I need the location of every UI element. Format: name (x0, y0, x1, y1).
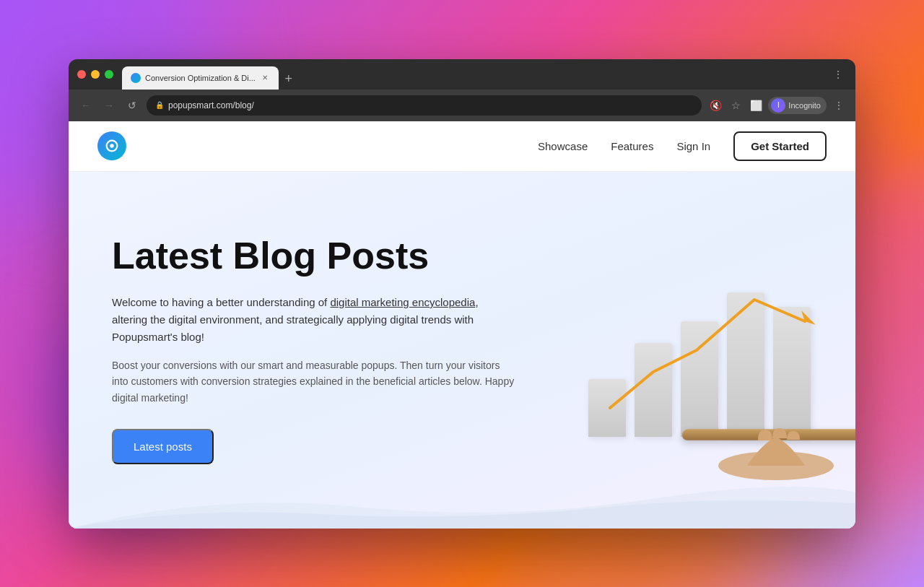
nav-link-showcase[interactable]: Showcase (538, 140, 588, 152)
maximize-window-button[interactable] (105, 70, 113, 79)
tabs-area: Conversion Optimization & Di... ✕ + (122, 59, 829, 90)
browser-titlebar: Conversion Optimization & Di... ✕ + ⋮ (69, 59, 855, 90)
sidebar-icon[interactable]: ⬜ (748, 97, 764, 113)
browser-window: Conversion Optimization & Di... ✕ + ⋮ ← … (69, 59, 855, 529)
tab-title: Conversion Optimization & Di... (145, 74, 256, 82)
forward-button[interactable]: → (100, 97, 118, 114)
browser-options-button[interactable]: ⋮ (831, 97, 847, 113)
latest-posts-button[interactable]: Latest posts (112, 429, 214, 464)
hero-title: Latest Blog Posts (112, 235, 516, 277)
chart-container (545, 235, 848, 480)
close-window-button[interactable] (77, 70, 86, 79)
hand-svg (704, 422, 848, 480)
profile-button[interactable]: I Incognito (768, 97, 827, 114)
new-tab-button[interactable]: + (279, 69, 299, 90)
browser-menu-button[interactable]: ⋮ (829, 66, 847, 83)
webpage-content: Showcase Features Sign In Get Started La… (69, 121, 855, 529)
lock-icon: 🔒 (155, 101, 164, 109)
get-started-button[interactable]: Get Started (733, 131, 827, 161)
tab-close-button[interactable]: ✕ (260, 73, 270, 83)
hero-subtitle-link[interactable]: digital marketing encyclopedia (330, 296, 475, 308)
bookmark-icon[interactable]: ☆ (728, 97, 744, 113)
hero-subtitle-text: Welcome to having a better understanding… (112, 296, 330, 308)
hero-content: Latest Blog Posts Welcome to having a be… (112, 235, 516, 464)
back-button[interactable]: ← (77, 97, 95, 114)
site-logo[interactable] (97, 131, 126, 160)
traffic-lights (77, 70, 113, 79)
hero-section: Latest Blog Posts Welcome to having a be… (69, 172, 855, 529)
browser-tab[interactable]: Conversion Optimization & Di... ✕ (122, 66, 279, 90)
site-navigation: Showcase Features Sign In Get Started (69, 121, 855, 172)
reload-button[interactable]: ↺ (123, 97, 141, 114)
svg-point-1 (110, 144, 114, 148)
logo-icon (104, 138, 120, 154)
address-bar: ← → ↺ 🔒 popupsmart.com/blog/ 🔇 ☆ ⬜ I Inc… (69, 90, 855, 121)
minimize-window-button[interactable] (91, 70, 100, 79)
avatar: I (771, 98, 785, 113)
svg-marker-2 (801, 310, 816, 325)
tab-favicon-icon (131, 73, 141, 83)
hand-tray-illustration (675, 386, 855, 480)
url-bar[interactable]: 🔒 popupsmart.com/blog/ (147, 95, 702, 116)
nav-links: Showcase Features Sign In Get Started (538, 131, 827, 161)
mute-icon[interactable]: 🔇 (707, 97, 723, 113)
url-text: popupsmart.com/blog/ (168, 100, 254, 110)
hero-description: Boost your conversions with our smart an… (112, 357, 516, 406)
profile-name: Incognito (788, 101, 821, 110)
hero-subtitle: Welcome to having a better understanding… (112, 294, 516, 346)
hero-visual (523, 186, 855, 529)
address-actions: 🔇 ☆ ⬜ I Incognito ⋮ (707, 97, 847, 114)
nav-link-signin[interactable]: Sign In (676, 140, 710, 152)
nav-link-features[interactable]: Features (611, 140, 653, 152)
